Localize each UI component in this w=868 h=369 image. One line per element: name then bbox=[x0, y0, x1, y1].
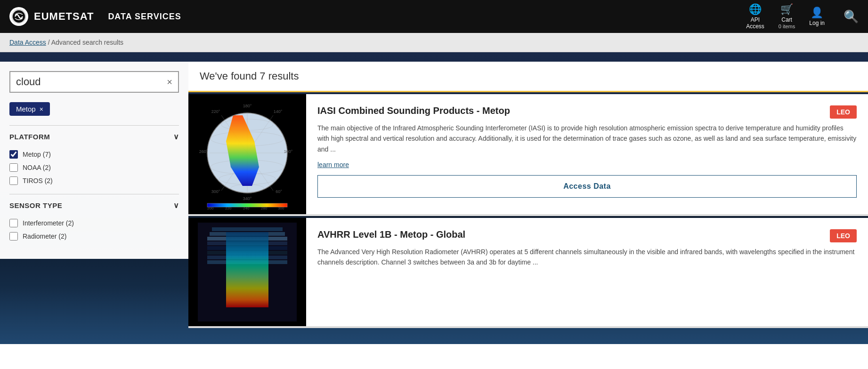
active-filter-remove[interactable]: × bbox=[40, 105, 43, 113]
platform-chevron-icon: ∨ bbox=[173, 132, 179, 141]
search-box[interactable]: × bbox=[9, 71, 179, 93]
logo-text: EUMETSAT bbox=[34, 10, 94, 23]
result-title-2: AVHRR Level 1B - Metop - Global bbox=[317, 229, 857, 240]
svg-text:240: 240 bbox=[243, 206, 250, 209]
filter-option-interferometer[interactable]: Interferometer (2) bbox=[9, 217, 179, 230]
filter-option-metop[interactable]: Metop (7) bbox=[9, 148, 179, 161]
service-title: DATA SERVICES bbox=[108, 12, 181, 22]
svg-text:220: 220 bbox=[225, 206, 232, 209]
cart-nav[interactable]: 🛒 Cart 0 items bbox=[779, 3, 795, 30]
result-body-2: AVHRR Level 1B - Metop - Global LEO The … bbox=[306, 218, 868, 326]
filter-option-label-metop: Metop (7) bbox=[23, 151, 51, 158]
result-image-1: 180° 220° 140° 260° 100° 300° 60° 340° bbox=[188, 94, 306, 214]
filter-checkbox-radiometer[interactable] bbox=[9, 232, 18, 241]
platform-filter-header[interactable]: PLATFORM ∨ bbox=[9, 132, 179, 143]
access-data-button-1[interactable]: Access Data bbox=[317, 175, 857, 198]
cart-icon: 🛒 bbox=[780, 3, 793, 16]
header-nav: 🌐 API Access 🛒 Cart 0 items 👤 Log in 🔍 bbox=[746, 3, 859, 30]
platform-label: PLATFORM bbox=[9, 133, 50, 141]
globe-icon: 🌐 bbox=[749, 3, 762, 16]
filter-checkbox-interferometer[interactable] bbox=[9, 219, 18, 227]
breadcrumb-link[interactable]: Data Access bbox=[9, 39, 46, 46]
platform-filter-options: Metop (7) NOAA (2) TIROS (2) bbox=[9, 148, 179, 187]
cart-label: Cart 0 items bbox=[779, 16, 795, 30]
login-nav[interactable]: 👤 Log in bbox=[809, 7, 825, 26]
result-title-1: IASI Combined Sounding Products - Metop bbox=[317, 105, 857, 116]
active-filter-tag[interactable]: Metop × bbox=[9, 102, 50, 116]
filter-option-label-radiometer: Radiometer (2) bbox=[23, 233, 66, 240]
filter-checkbox-tiros[interactable] bbox=[9, 176, 18, 185]
breadcrumb-separator: / bbox=[48, 39, 51, 46]
result-card-2: AVHRR Level 1B - Metop - Global LEO The … bbox=[188, 218, 868, 328]
results-count: We've found 7 results bbox=[200, 70, 299, 82]
result-badge-2: LEO bbox=[830, 229, 857, 242]
avhrr-visualization bbox=[188, 218, 306, 326]
results-header: We've found 7 results bbox=[188, 62, 868, 92]
sensor-type-chevron-icon: ∨ bbox=[173, 201, 179, 210]
svg-text:140°: 140° bbox=[274, 109, 283, 114]
svg-text:100°: 100° bbox=[284, 149, 293, 154]
main-layout: × Metop × PLATFORM ∨ Metop (7) NOAA (2) bbox=[0, 52, 868, 344]
sensor-type-filter-section: SENSOR TYPE ∨ Interferometer (2) Radiome… bbox=[9, 194, 179, 249]
filter-option-radiometer[interactable]: Radiometer (2) bbox=[9, 230, 179, 243]
result-card-1: 180° 220° 140° 260° 100° 300° 60° 340° bbox=[188, 94, 868, 216]
result-desc-2: The Advanced Very High Resolution Radiom… bbox=[317, 247, 857, 268]
result-learn-more-1[interactable]: learn more bbox=[317, 161, 857, 168]
platform-filter-section: PLATFORM ∨ Metop (7) NOAA (2) TIROS (2) bbox=[9, 125, 179, 194]
filter-option-label-noaa: NOAA (2) bbox=[23, 164, 51, 171]
sensor-type-label: SENSOR TYPE bbox=[9, 201, 62, 209]
header: EUMETSAT DATA SERVICES 🌐 API Access 🛒 Ca… bbox=[0, 0, 868, 33]
globe-visualization: 180° 220° 140° 260° 100° 300° 60° 340° bbox=[188, 94, 306, 214]
main-content: We've found 7 results bbox=[188, 62, 868, 344]
breadcrumb: Data Access / Advanced search results bbox=[0, 33, 868, 52]
logo-icon bbox=[9, 7, 28, 26]
svg-text:280: 280 bbox=[261, 206, 268, 209]
filter-option-label-tiros: TIROS (2) bbox=[23, 177, 53, 184]
sidebar: × Metop × PLATFORM ∨ Metop (7) NOAA (2) bbox=[0, 62, 188, 259]
filter-option-tiros[interactable]: TIROS (2) bbox=[9, 174, 179, 187]
result-body-1: IASI Combined Sounding Products - Metop … bbox=[306, 94, 868, 214]
api-label: API Access bbox=[746, 16, 764, 30]
filter-checkbox-metop[interactable] bbox=[9, 150, 18, 159]
svg-text:300°: 300° bbox=[211, 189, 220, 194]
filter-checkbox-noaa[interactable] bbox=[9, 163, 18, 172]
svg-text:220°: 220° bbox=[211, 109, 220, 114]
sensor-type-filter-options: Interferometer (2) Radiometer (2) bbox=[9, 217, 179, 243]
search-clear-button[interactable]: × bbox=[167, 77, 172, 88]
svg-text:200: 200 bbox=[207, 206, 214, 209]
filter-option-label-interferometer: Interferometer (2) bbox=[23, 219, 74, 227]
search-icon[interactable]: 🔍 bbox=[844, 9, 859, 24]
logo[interactable]: EUMETSAT bbox=[9, 7, 94, 26]
api-access-nav[interactable]: 🌐 API Access bbox=[746, 3, 764, 30]
search-input[interactable] bbox=[16, 76, 167, 88]
svg-text:60°: 60° bbox=[276, 189, 282, 194]
filter-option-noaa[interactable]: NOAA (2) bbox=[9, 161, 179, 174]
svg-text:180°: 180° bbox=[243, 104, 252, 108]
result-desc-1: The main objective of the Infrared Atmos… bbox=[317, 123, 857, 154]
login-label: Log in bbox=[809, 20, 825, 26]
svg-rect-40 bbox=[226, 232, 268, 307]
result-badge-1: LEO bbox=[830, 105, 857, 119]
svg-text:260°: 260° bbox=[199, 149, 208, 154]
breadcrumb-current: Advanced search results bbox=[51, 39, 123, 46]
svg-rect-32 bbox=[212, 227, 283, 231]
result-image-2 bbox=[188, 218, 306, 326]
sensor-type-filter-header[interactable]: SENSOR TYPE ∨ bbox=[9, 201, 179, 212]
svg-text:340°: 340° bbox=[243, 196, 252, 201]
svg-text:300: 300 bbox=[278, 206, 284, 209]
active-filter-label: Metop bbox=[16, 105, 36, 113]
user-icon: 👤 bbox=[811, 7, 823, 19]
